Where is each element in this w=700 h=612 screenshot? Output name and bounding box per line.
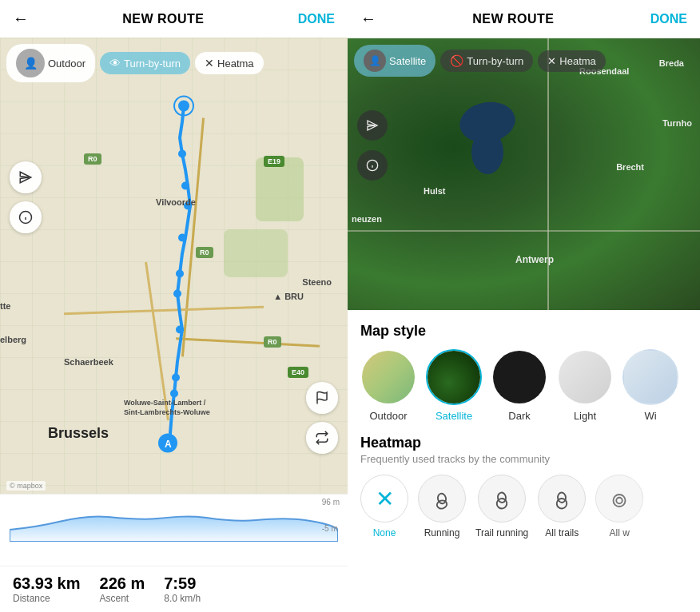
ascent-value: 226 m [100,574,145,593]
filter-row: 👤 Outdoor 👁 Turn-by-turn ✕ Heatma [6,44,264,82]
right-done-button[interactable]: DONE [650,12,687,26]
stats-row: 63.93 km Distance 226 m Ascent 7:59 8.0 … [0,566,348,612]
winter-label: Wi [644,410,656,422]
trail-thumb [478,475,526,523]
sat-city-turnho: Turnho [662,118,692,128]
mapbox-credit: © mapbox [6,481,46,491]
distance-label: Distance [13,593,81,604]
sat-road-h [348,230,700,232]
style-item-satellite[interactable]: Satellite [426,349,482,422]
svg-point-25 [497,492,507,503]
distance-value: 63.93 km [13,574,81,593]
style-item-winter[interactable]: Wi [622,349,678,422]
heatmap-item-alltrails[interactable]: All trails [538,475,586,538]
filter-turn-by-turn[interactable]: 👁 Turn-by-turn [100,52,190,74]
right-filter-turn[interactable]: 🚫 Turn-by-turn [440,50,533,72]
elevation-min: -5 m [322,524,340,533]
right-filter-heatmap[interactable]: ✕ Heatma [538,50,606,72]
outdoor-thumb [360,349,416,405]
road-badge-r0: R0 [84,153,101,165]
filter-outdoor-label: Outdoor [48,58,86,70]
trail-label: Trail running [475,527,528,538]
satellite-map-preview: Roosendaal Breda Hulst Antwerp Brecht Tu… [348,38,700,310]
right-filter-satellite[interactable]: 👤 Satellite [354,45,436,77]
road-badge-e40: E40 [288,367,308,378]
left-done-button[interactable]: DONE [298,12,335,26]
heatmap-title: Heatmap [360,435,687,451]
sat-avatar: 👤 [364,50,386,72]
map-style-section: Map style Outdoor Satellite [348,310,700,435]
heatmap-section: Heatmap Frequently used tracks by the co… [348,435,700,558]
heatmap-item-none[interactable]: ✕ None [360,475,408,538]
svg-point-27 [558,492,567,503]
left-nav-header: ← NEW ROUTE DONE [0,0,348,38]
avatar: 👤 [16,49,45,77]
filter-outdoor[interactable]: 👤 Outdoor [6,44,95,82]
svg-marker-18 [368,121,377,130]
camera-button[interactable] [306,382,338,414]
right-filter-turn-label: Turn-by-turn [467,55,523,67]
light-label: Light [574,410,596,422]
locate-button[interactable] [10,161,42,193]
right-nav-header: ← NEW ROUTE DONE [348,0,700,38]
right-filter-heatmap-label: Heatma [559,55,596,67]
filter-heatmap-label: Heatma [217,58,254,70]
heatmap-item-allw[interactable]: All w [595,475,643,538]
loop-button[interactable] [306,422,338,454]
park-area [224,229,288,277]
satellite-thumb [426,349,482,405]
heatmap-row: ✕ None Running [360,475,687,545]
time-sub: 8.0 km/h [164,593,201,604]
satellite-bg [348,38,700,310]
heatmap-subtitle: Frequently used tracks by the community [360,453,687,465]
svg-point-29 [617,498,623,504]
right-back-button[interactable]: ← [360,10,376,28]
heatmap-item-trail[interactable]: Trail running [475,475,528,538]
filter-heatmap[interactable]: ✕ Heatma [195,52,264,74]
sat-city-brecht: Brecht [616,162,644,172]
dark-label: Dark [508,410,530,422]
right-panel: ← NEW ROUTE DONE Roosendaal Breda Hulst … [348,0,700,612]
sat-locate-button[interactable] [357,110,388,141]
stat-time: 7:59 8.0 km/h [164,574,201,604]
stat-distance: 63.93 km Distance [13,574,81,604]
sat-info-button[interactable] [357,150,388,181]
sat-city-neuzen: neuzen [352,214,382,224]
style-item-dark[interactable]: Dark [491,349,547,422]
satellite-label: Satellite [436,410,472,422]
ascent-label: Ascent [100,593,145,604]
winter-thumb [622,349,678,405]
left-back-button[interactable]: ← [13,10,29,28]
none-thumb: ✕ [360,475,408,523]
right-filter-row: 👤 Satellite 🚫 Turn-by-turn ✕ Heatma [354,45,606,77]
x-icon-sat: ✕ [547,55,556,67]
filter-turn-label: Turn-by-turn [124,58,181,70]
heatmap-item-running[interactable]: Running [418,475,466,538]
alltrails-label: All trails [545,527,579,538]
running-thumb [418,475,466,523]
time-value: 7:59 [164,574,201,593]
right-filter-satellite-label: Satellite [389,55,426,67]
dark-thumb [491,349,547,405]
x-pill-icon: ✕ [205,57,214,70]
allw-label: All w [610,527,630,538]
running-label: Running [424,527,460,538]
road-badge-r0-2: R0 [196,247,213,258]
none-label: None [373,527,396,538]
elevation-labels: 96 m -5 m [322,498,340,533]
eye-icon: 👁 [109,57,121,70]
road-badge-e19: E19 [264,156,284,167]
sat-city-breda: Breda [659,58,684,68]
water-body-2 [471,130,503,174]
light-thumb [557,349,613,405]
style-row: Outdoor Satellite Dark Lig [360,349,687,428]
svg-marker-13 [20,172,31,183]
style-item-outdoor[interactable]: Outdoor [360,349,416,422]
road-badge-r0-3: R0 [264,336,281,348]
right-page-title: NEW ROUTE [472,12,554,26]
left-map: A Brussels Vilvoorde Schaerbeek Woluwe-S… [0,38,348,494]
svg-point-28 [614,495,626,507]
style-item-light[interactable]: Light [557,349,613,422]
stat-ascent: 226 m Ascent [100,574,145,604]
info-button[interactable] [10,201,42,233]
